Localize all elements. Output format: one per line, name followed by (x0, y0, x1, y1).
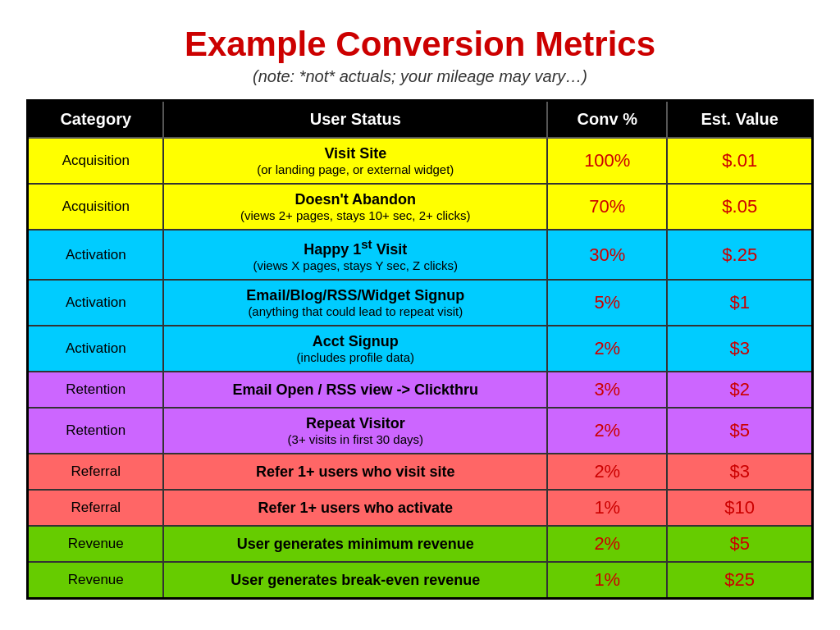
header-est-value: Est. Value (667, 101, 812, 139)
cell-conv-pct: 2% (547, 526, 667, 562)
status-main: Visit Site (174, 145, 536, 162)
cell-user-status: Refer 1+ users who activate (163, 490, 547, 526)
cell-user-status: Repeat Visitor(3+ visits in first 30 day… (163, 408, 547, 454)
cell-category: Activation (28, 230, 164, 280)
status-main: Email Open / RSS view -> Clickthru (174, 381, 536, 399)
status-sub: (anything that could lead to repeat visi… (174, 304, 536, 318)
table-row: RetentionEmail Open / RSS view -> Clickt… (28, 372, 813, 408)
cell-category: Revenue (28, 526, 164, 562)
cell-est-value: $10 (667, 490, 812, 526)
cell-conv-pct: 1% (547, 490, 667, 526)
cell-user-status: Email Open / RSS view -> Clickthru (163, 372, 547, 408)
cell-conv-pct: 70% (547, 184, 667, 230)
cell-user-status: User generates minimum revenue (163, 526, 547, 562)
cell-conv-pct: 3% (547, 372, 667, 408)
cell-user-status: User generates break-even revenue (163, 562, 547, 599)
cell-conv-pct: 30% (547, 230, 667, 280)
status-main: Refer 1+ users who visit site (174, 463, 536, 481)
cell-user-status: Refer 1+ users who visit site (163, 454, 547, 490)
cell-category: Revenue (28, 562, 164, 599)
status-sub: (3+ visits in first 30 days) (174, 432, 536, 446)
table-row: RetentionRepeat Visitor(3+ visits in fir… (28, 408, 813, 454)
status-main: User generates minimum revenue (174, 536, 536, 553)
cell-est-value: $3 (667, 326, 812, 372)
cell-est-value: $3 (667, 454, 812, 490)
cell-category: Retention (28, 372, 164, 408)
status-sub: (views X pages, stays Y sec, Z clicks) (174, 258, 536, 272)
cell-est-value: $1 (667, 280, 812, 326)
cell-user-status: Doesn't Abandon(views 2+ pages, stays 10… (163, 184, 547, 230)
cell-est-value: $25 (667, 562, 812, 599)
header-user-status: User Status (163, 101, 547, 139)
cell-est-value: $.01 (667, 138, 812, 184)
status-main: Acct Signup (174, 333, 536, 350)
status-sub: (or landing page, or external widget) (174, 162, 536, 176)
table-row: AcquisitionDoesn't Abandon(views 2+ page… (28, 184, 813, 230)
cell-category: Activation (28, 326, 164, 372)
cell-conv-pct: 2% (547, 326, 667, 372)
cell-category: Acquisition (28, 184, 164, 230)
cell-category: Referral (28, 490, 164, 526)
table-row: ActivationHappy 1st Visit(views X pages,… (28, 230, 813, 280)
page-subtitle: (note: *not* actuals; your mileage may v… (253, 67, 587, 86)
status-main: Happy 1st Visit (174, 237, 536, 258)
table-row: ReferralRefer 1+ users who activate1%$10 (28, 490, 813, 526)
cell-category: Activation (28, 280, 164, 326)
table-row: ReferralRefer 1+ users who visit site2%$… (28, 454, 813, 490)
cell-est-value: $5 (667, 408, 812, 454)
cell-conv-pct: 2% (547, 454, 667, 490)
page-title: Example Conversion Metrics (185, 25, 655, 64)
status-main: User generates break-even revenue (174, 572, 536, 589)
table-row: ActivationAcct Signup(includes profile d… (28, 326, 813, 372)
cell-conv-pct: 100% (547, 138, 667, 184)
cell-est-value: $5 (667, 526, 812, 562)
table-row: ActivationEmail/Blog/RSS/Widget Signup(a… (28, 280, 813, 326)
status-main: Repeat Visitor (174, 415, 536, 432)
status-main: Doesn't Abandon (174, 191, 536, 208)
metrics-table: Category User Status Conv % Est. Value A… (26, 99, 814, 600)
table-header-row: Category User Status Conv % Est. Value (28, 101, 813, 139)
status-main: Email/Blog/RSS/Widget Signup (174, 287, 536, 304)
cell-category: Referral (28, 454, 164, 490)
header-category: Category (28, 101, 164, 139)
cell-conv-pct: 5% (547, 280, 667, 326)
status-sub: (includes profile data) (174, 350, 536, 364)
header-conv-pct: Conv % (547, 101, 667, 139)
table-row: AcquisitionVisit Site(or landing page, o… (28, 138, 813, 184)
cell-est-value: $.05 (667, 184, 812, 230)
status-main: Refer 1+ users who activate (174, 500, 536, 517)
cell-category: Retention (28, 408, 164, 454)
table-row: RevenueUser generates break-even revenue… (28, 562, 813, 599)
cell-user-status: Acct Signup(includes profile data) (163, 326, 547, 372)
cell-category: Acquisition (28, 138, 164, 184)
cell-est-value: $2 (667, 372, 812, 408)
cell-user-status: Visit Site(or landing page, or external … (163, 138, 547, 184)
cell-est-value: $.25 (667, 230, 812, 280)
cell-user-status: Happy 1st Visit(views X pages, stays Y s… (163, 230, 547, 280)
cell-conv-pct: 2% (547, 408, 667, 454)
status-sub: (views 2+ pages, stays 10+ sec, 2+ click… (174, 208, 536, 222)
table-row: RevenueUser generates minimum revenue2%$… (28, 526, 813, 562)
cell-user-status: Email/Blog/RSS/Widget Signup(anything th… (163, 280, 547, 326)
cell-conv-pct: 1% (547, 562, 667, 599)
